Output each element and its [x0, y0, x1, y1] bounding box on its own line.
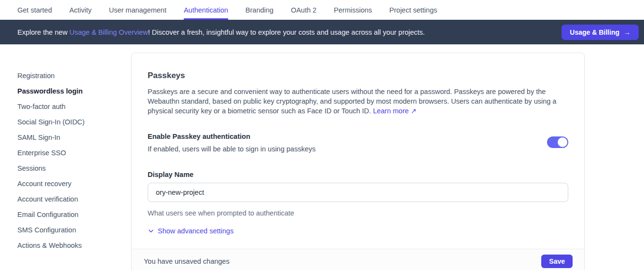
- page-title: Passkeys: [148, 71, 568, 81]
- sidebar-item-social-sign-in[interactable]: Social Sign-In (OIDC): [17, 114, 84, 130]
- passkeys-card: Passkeys Passkeys are a secure and conve…: [131, 53, 585, 270]
- passkeys-card-body: Passkeys Passkeys are a secure and conve…: [132, 53, 584, 236]
- top-navigation: Get started Activity User management Aut…: [0, 0, 644, 20]
- toggle-knob: [558, 137, 567, 147]
- nav-tab-permissions[interactable]: Permissions: [334, 0, 372, 20]
- nav-tab-oauth2[interactable]: OAuth 2: [291, 0, 316, 20]
- nav-tab-branding[interactable]: Branding: [246, 0, 274, 20]
- nav-tab-authentication[interactable]: Authentication: [184, 0, 228, 20]
- sidebar-item-enterprise-sso[interactable]: Enterprise SSO: [17, 145, 84, 161]
- learn-more-link[interactable]: Learn more ↗: [373, 107, 416, 115]
- display-name-label: Display Name: [148, 171, 568, 178]
- passkey-toggle[interactable]: [547, 136, 568, 148]
- sidebar-item-two-factor-auth[interactable]: Two-factor auth: [17, 99, 84, 114]
- enable-passkey-label: Enable Passkey authentication: [148, 133, 315, 140]
- arrow-right-icon: →: [624, 28, 630, 36]
- settings-sidebar: Registration Passwordless login Two-fact…: [17, 68, 84, 253]
- external-link-arrow-icon: ↗: [411, 107, 416, 115]
- enable-passkey-row: Enable Passkey authentication If enabled…: [148, 133, 568, 153]
- sidebar-item-passwordless-login[interactable]: Passwordless login: [17, 83, 84, 99]
- show-advanced-settings-label: Show advanced settings: [158, 227, 233, 235]
- banner-text-after: ! Discover a fresh, insightful way to ex…: [148, 28, 425, 36]
- nav-tab-activity[interactable]: Activity: [69, 0, 92, 20]
- sidebar-item-sms-configuration[interactable]: SMS Configuration: [17, 222, 84, 238]
- passkeys-description: Passkeys are a secure and convenient way…: [148, 87, 568, 116]
- sidebar-item-sessions[interactable]: Sessions: [17, 161, 84, 176]
- sidebar-item-actions-webhooks[interactable]: Actions & Webhooks: [17, 238, 84, 253]
- banner-text-before: Explore the new: [17, 28, 69, 36]
- usage-billing-button-label: Usage & Billing: [570, 28, 619, 36]
- banner-text: Explore the new Usage & Billing Overview…: [17, 28, 425, 36]
- sidebar-item-email-configuration[interactable]: Email Configuration: [17, 207, 84, 222]
- unsaved-changes-text: You have unsaved changes: [144, 257, 230, 265]
- content-area: Registration Passwordless login Two-fact…: [0, 44, 644, 270]
- enable-passkey-text: Enable Passkey authentication If enabled…: [148, 133, 315, 153]
- display-name-field: Display Name What users see when prompte…: [148, 171, 568, 217]
- unsaved-changes-bar: You have unsaved changes Save: [132, 249, 584, 270]
- sidebar-item-account-verification[interactable]: Account verification: [17, 191, 84, 207]
- display-name-input[interactable]: [148, 183, 568, 202]
- nav-tab-get-started[interactable]: Get started: [17, 0, 52, 20]
- sidebar-item-saml-sign-in[interactable]: SAML Sign-In: [17, 130, 84, 145]
- sidebar-item-account-recovery[interactable]: Account recovery: [17, 176, 84, 191]
- usage-billing-button[interactable]: Usage & Billing →: [562, 25, 639, 40]
- learn-more-label: Learn more: [373, 107, 409, 115]
- show-advanced-settings-link[interactable]: Show advanced settings: [148, 227, 233, 235]
- usage-billing-overview-link[interactable]: Usage & Billing Overview: [69, 28, 148, 36]
- sidebar-item-registration[interactable]: Registration: [17, 68, 84, 83]
- save-button[interactable]: Save: [541, 255, 573, 268]
- announcement-banner: Explore the new Usage & Billing Overview…: [0, 20, 644, 44]
- chevron-down-icon: [148, 228, 154, 234]
- passkeys-description-text: Passkeys are a secure and convenient way…: [148, 88, 556, 115]
- enable-passkey-description: If enabled, users will be able to sign i…: [148, 145, 315, 153]
- nav-tab-project-settings[interactable]: Project settings: [389, 0, 437, 20]
- nav-tab-user-management[interactable]: User management: [109, 0, 166, 20]
- display-name-helper: What users see when prompted to authenti…: [148, 209, 568, 217]
